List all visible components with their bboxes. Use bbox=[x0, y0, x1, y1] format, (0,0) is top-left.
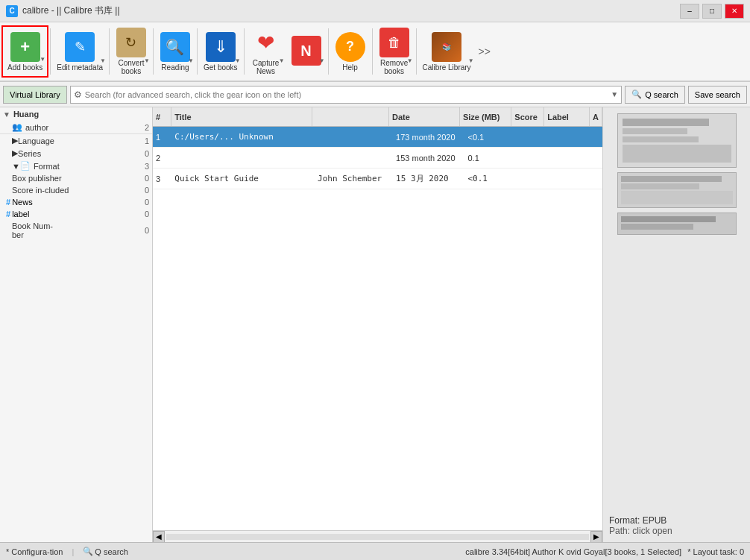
help-icon: ? bbox=[335, 32, 365, 62]
search-input-wrapper: ⚙ ▼ bbox=[70, 86, 623, 104]
remove-books-button[interactable]: 🗑 Removebooks ▼ bbox=[374, 25, 415, 78]
statusbar-q-search-label: Q search bbox=[95, 547, 128, 556]
cover-line bbox=[623, 119, 710, 126]
capture-news-button[interactable]: ❤ CaptureNews ▼ bbox=[246, 25, 286, 78]
sidebar: ▼ Huang 👥 author 2 ▶ Language 1 ▶ Series… bbox=[0, 107, 153, 542]
table-row[interactable]: 3 Quick Start Guide John Schember 15 3月 … bbox=[153, 169, 602, 189]
col-header-title[interactable]: Title bbox=[171, 107, 312, 126]
author-expand-icon: ▼ bbox=[3, 110, 10, 119]
q-search-button[interactable]: 🔍 Q search bbox=[625, 86, 685, 104]
q-search-label: Q search bbox=[645, 90, 678, 99]
sidebar-series-item[interactable]: ▶ Series 0 bbox=[0, 147, 152, 160]
sidebar-format-label: Format bbox=[34, 162, 60, 171]
close-button[interactable]: ✕ bbox=[725, 4, 744, 19]
sidebar-score-item[interactable]: Score in-cluded 0 bbox=[0, 184, 152, 196]
help-button[interactable]: ? Help bbox=[330, 25, 371, 78]
reading-icon: 🔍 bbox=[160, 32, 190, 62]
add-books-button[interactable]: + Add books ▼ bbox=[1, 25, 48, 78]
get-books-button[interactable]: ⇓ Get books ▼ bbox=[199, 25, 242, 78]
virtual-library-button[interactable]: Virtual Library bbox=[3, 86, 67, 104]
toolbar-overflow[interactable]: >> bbox=[476, 25, 494, 78]
n-button[interactable]: N ▼ bbox=[286, 25, 327, 78]
sidebar-label-item[interactable]: # label 0 bbox=[0, 208, 152, 220]
book-preview bbox=[603, 107, 750, 509]
book-date-3: 15 3月 2020 bbox=[393, 173, 464, 184]
save-search-button[interactable]: Save search bbox=[688, 86, 747, 104]
table-row[interactable]: 2 153 month 2020 0.1 bbox=[153, 148, 602, 169]
sidebar-language-count: 1 bbox=[145, 136, 149, 145]
col-header-size[interactable]: Size (MB) bbox=[460, 107, 511, 126]
scroll-right-arrow[interactable]: ▶ bbox=[590, 531, 602, 543]
window-title: calibre - || Calibre 书库 || bbox=[22, 4, 680, 17]
sidebar-boxpublisher-count: 0 bbox=[145, 174, 149, 183]
sidebar-language-item[interactable]: ▶ Language 1 bbox=[0, 134, 152, 147]
sep1 bbox=[50, 28, 51, 75]
sidebar-author-group: ▼ Huang 👥 author 2 bbox=[0, 107, 152, 134]
app-icon: C bbox=[6, 5, 18, 17]
book-num-1: 1 bbox=[153, 133, 171, 142]
col-header-score[interactable]: Score bbox=[511, 107, 544, 126]
book-num-3: 3 bbox=[153, 174, 171, 183]
convert-books-button[interactable]: ↻ Convertbooks ▼ bbox=[111, 25, 151, 78]
overflow-label: >> bbox=[479, 45, 491, 57]
statusbar-q-search-button[interactable]: 🔍 Q search bbox=[83, 547, 128, 556]
book-date-1: 173 month 2020 bbox=[393, 133, 464, 142]
sidebar-boxpublisher-item[interactable]: Box publisher 0 bbox=[0, 172, 152, 184]
col-header-rest[interactable]: A bbox=[590, 107, 602, 126]
book-path: Path: click open bbox=[609, 526, 744, 536]
calibre-library-icon: 📚 bbox=[432, 32, 461, 62]
calibre-library-dropdown-arrow: ▼ bbox=[468, 57, 474, 64]
sidebar-format-item[interactable]: ▼ 📄 Format 3 bbox=[0, 160, 152, 172]
edit-metadata-dropdown-arrow: ▼ bbox=[100, 57, 106, 64]
sep8 bbox=[416, 28, 417, 75]
sidebar-news-item[interactable]: # News 0 bbox=[0, 196, 152, 208]
sidebar-author-header[interactable]: ▼ Huang bbox=[0, 107, 152, 121]
reading-button[interactable]: 🔍 Reading ▼ bbox=[155, 25, 195, 78]
convert-books-label: Convertbooks bbox=[118, 59, 144, 75]
minimize-button[interactable]: – bbox=[680, 4, 699, 19]
toolbar: + Add books ▼ ✎ Edit metadata ▼ ↻ Conver… bbox=[0, 22, 750, 82]
label-hash-icon: # bbox=[6, 210, 10, 218]
booklist-body: 1 C:/Users/... Unknown 173 month 2020 <0… bbox=[153, 127, 602, 530]
add-books-icon: + bbox=[10, 32, 40, 62]
calibre-library-button[interactable]: 📚 Calibre Library ▼ bbox=[418, 25, 476, 78]
book-size-1: <0.1 bbox=[464, 133, 517, 142]
add-books-dropdown-arrow: ▼ bbox=[40, 56, 45, 63]
sidebar-booknumber-item[interactable]: Book Num-ber 0 bbox=[0, 220, 152, 241]
book-title-1: C:/Users/... Unknown bbox=[171, 132, 315, 142]
calibre-library-label: Calibre Library bbox=[423, 63, 471, 72]
sidebar-news-label: News bbox=[12, 198, 33, 207]
table-row[interactable]: 1 C:/Users/... Unknown 173 month 2020 <0… bbox=[153, 127, 602, 148]
sidebar-author-sublabel: author bbox=[25, 123, 48, 132]
format-icon: 📄 bbox=[20, 161, 31, 171]
book-author-3: John Schember bbox=[315, 174, 393, 183]
maximize-button[interactable]: □ bbox=[702, 4, 722, 19]
get-books-icon: ⇓ bbox=[206, 32, 236, 62]
search-gear-icon[interactable]: ⚙ bbox=[71, 89, 85, 100]
scroll-track[interactable] bbox=[166, 534, 589, 540]
book-title-3: Quick Start Guide bbox=[171, 174, 315, 183]
sep7 bbox=[372, 28, 373, 75]
scroll-left-arrow[interactable]: ◀ bbox=[153, 531, 165, 543]
sidebar-news-count: 0 bbox=[145, 198, 149, 207]
search-input[interactable] bbox=[85, 90, 608, 99]
edit-metadata-button[interactable]: ✎ Edit metadata ▼ bbox=[52, 25, 107, 78]
col-header-date[interactable]: Date bbox=[389, 107, 460, 126]
col-header-author[interactable] bbox=[312, 107, 389, 126]
col-header-label[interactable]: Label bbox=[544, 107, 590, 126]
sidebar-label-label: label bbox=[12, 210, 29, 218]
news-hash-icon: # bbox=[6, 198, 10, 207]
sidebar-language-label: Language bbox=[18, 136, 54, 145]
config-label: * Configura-tion bbox=[6, 547, 63, 556]
sidebar-booknumber-count: 0 bbox=[145, 226, 149, 235]
sidebar-author-item[interactable]: 👥 author 2 bbox=[0, 121, 152, 133]
series-expand-icon: ▶ bbox=[12, 148, 18, 158]
cover-line bbox=[621, 224, 694, 230]
search-dropdown-arrow-icon[interactable]: ▼ bbox=[608, 90, 621, 98]
col-header-num[interactable]: # bbox=[153, 107, 171, 126]
statusbar-search-icon: 🔍 bbox=[83, 547, 93, 556]
booklist-scrollbar[interactable]: ◀ ▶ bbox=[153, 530, 602, 542]
remove-books-dropdown-arrow: ▼ bbox=[407, 57, 413, 64]
book-info: Format: EPUB Path: click open bbox=[603, 509, 750, 542]
statusbar-left: * Configura-tion | 🔍 Q search bbox=[6, 547, 459, 556]
